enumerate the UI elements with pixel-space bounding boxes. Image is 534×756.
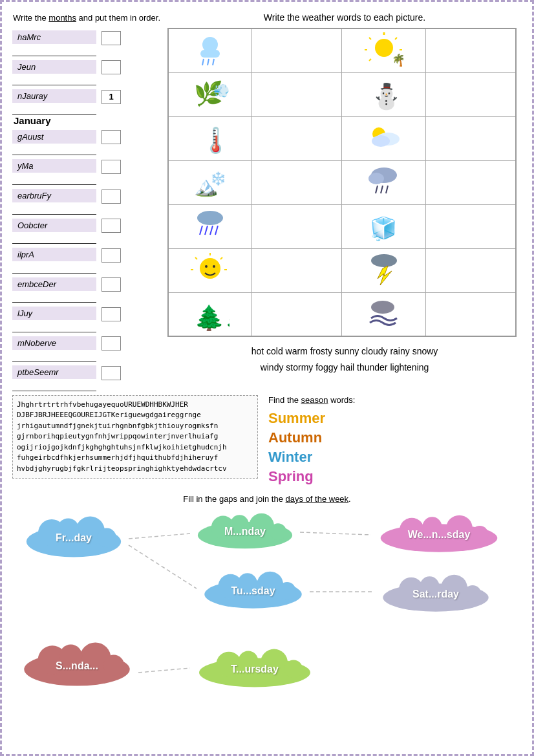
svg-text:🌲🌲: 🌲🌲 (194, 303, 230, 331)
clouds-container: Fr...day M...nday We...n...sday Tu...sda… (12, 508, 517, 715)
weather-cell-left-1: 🌿💨 (168, 72, 252, 116)
month-underline (12, 46, 96, 56)
svg-point-24 (368, 173, 384, 184)
svg-point-36 (213, 265, 215, 268)
weather-cell-left-6: 🌲🌲 (168, 292, 252, 336)
month-item-4: yMa (12, 159, 161, 185)
month-underline (12, 233, 96, 244)
season-word-winter: Winter (268, 449, 522, 466)
svg-line-7 (395, 38, 397, 39)
weather-cell-left-text-1[interactable] (426, 72, 516, 116)
month-underline (12, 145, 96, 155)
month-number-box[interactable] (101, 307, 121, 321)
days-instructions: Fill in the gaps and join the days of th… (12, 494, 522, 504)
svg-line-12 (369, 38, 371, 39)
month-number-box[interactable] (101, 130, 121, 144)
wordsearch-area: JhghrtrtrtrhfvbehugayequoURUEWDHHBKWJHER… (12, 395, 258, 488)
weather-cell-right-text-5[interactable] (252, 248, 342, 292)
word-bank-line1: hot cold warm frosty sunny cloudy rainy … (251, 346, 438, 356)
season-word-spring: Spring (268, 468, 522, 485)
cloud-sunday[interactable]: S...nda... (16, 640, 138, 692)
weather-cell-right-text-2[interactable] (252, 116, 342, 160)
month-scrambled: Jeun (12, 60, 96, 74)
month-underline (12, 351, 96, 362)
svg-line-54 (138, 668, 190, 673)
weather-row-2: 🌡️ (168, 116, 516, 160)
month-scrambled: ptbeSeemr (12, 365, 96, 379)
weather-row-5 (168, 248, 516, 292)
wordsearch-row: hvbdjghyrugbjfgkrlrijteopspringhighktyeh… (17, 464, 253, 475)
month-underline (12, 105, 96, 115)
cloud-thursday[interactable]: T...ursday (190, 647, 319, 692)
month-item-2: nJauray1January (12, 89, 161, 126)
weather-cell-right-text-3[interactable] (252, 160, 342, 204)
svg-line-29 (200, 226, 202, 235)
month-item-7: ilprA (12, 248, 161, 274)
month-number-box[interactable] (101, 31, 121, 45)
month-number-box[interactable] (101, 248, 121, 263)
svg-point-64 (270, 523, 286, 540)
month-number-box[interactable] (101, 189, 121, 204)
weather-cell-left-0 (168, 28, 252, 72)
month-number-box[interactable] (101, 277, 121, 292)
month-number-box[interactable]: 1 (101, 90, 121, 104)
bottom-section: JhghrtrtrtrhfvbehugayequoURUEWDHHBKWJHER… (12, 395, 522, 488)
month-number-box[interactable] (101, 366, 121, 380)
month-item-8: embceDer (12, 277, 161, 303)
weather-cell-right-5 (342, 248, 426, 292)
month-number-box[interactable] (101, 336, 121, 351)
svg-line-2 (202, 59, 204, 65)
weather-cell-left-text-3[interactable] (426, 160, 516, 204)
month-item-0: haMrc (12, 30, 161, 56)
svg-text:🌴: 🌴 (392, 53, 403, 67)
weather-cell-right-text-6[interactable] (252, 292, 342, 336)
month-scrambled: lJuy (12, 307, 96, 320)
month-number-box[interactable] (101, 219, 121, 233)
word-bank-line2: windy stormy foggy hail thunder lighteni… (261, 362, 429, 373)
weather-row-6: 🌲🌲 (168, 292, 516, 336)
month-underline (12, 322, 96, 332)
month-scrambled: ilprA (12, 248, 96, 261)
svg-line-26 (381, 186, 383, 193)
cloud-text-friday: Fr...day (56, 532, 92, 544)
svg-point-20 (372, 135, 390, 147)
month-scrambled: gAuust (12, 130, 96, 144)
weather-cell-left-text-5[interactable] (426, 248, 516, 292)
weather-cell-right-1: ⛄ (342, 72, 426, 116)
month-underline (12, 263, 96, 274)
weather-cell-left-2: 🌡️ (168, 116, 252, 160)
cloud-friday[interactable]: Fr...day (19, 514, 129, 563)
svg-line-52 (129, 545, 197, 589)
weather-cell-left-text-2[interactable] (426, 116, 516, 160)
svg-point-89 (284, 660, 303, 678)
month-number-box[interactable] (101, 160, 121, 174)
weather-section: Write the weather words to each picture.… (167, 12, 522, 376)
svg-point-35 (205, 265, 208, 268)
svg-line-27 (386, 186, 388, 193)
weather-cell-right-text-0[interactable] (252, 28, 342, 72)
month-number-box[interactable] (101, 60, 121, 74)
season-word-autumn: Autumn (268, 429, 522, 446)
weather-row-0: 🌴 (168, 28, 516, 72)
weather-cell-right-text-1[interactable] (252, 72, 342, 116)
month-scrambled: Oobcter (12, 219, 96, 232)
cloud-text-monday: M...nday (224, 526, 266, 537)
cloud-wednesday[interactable]: We...n...sday (371, 513, 507, 557)
svg-line-38 (220, 257, 222, 259)
month-item-9: lJuy (12, 307, 161, 332)
wordsearch-row: fuhgeirbcdfhkjerhsummerhjdfjhquithubfdjh… (17, 453, 253, 464)
cloud-saturday[interactable]: Sat...rday (374, 572, 497, 616)
weather-cell-left-text-4[interactable] (426, 204, 516, 248)
wordsearch-box: JhghrtrtrtrhfvbehugayequoURUEWDHHBKWJHER… (12, 395, 258, 479)
weather-cell-right-text-4[interactable] (252, 204, 342, 248)
svg-point-69 (471, 526, 488, 543)
weather-cell-left-3: 🏔️❄️ (168, 160, 252, 204)
cloud-tuesday[interactable]: Tu...sday (197, 569, 310, 613)
weather-cell-left-text-6[interactable] (426, 292, 516, 336)
weather-grid: 🌴 🌿💨 ⛄ 🌡️ 🏔️❄️ (167, 28, 517, 337)
weather-cell-left-text-0[interactable] (426, 28, 516, 72)
svg-point-79 (464, 585, 481, 603)
days-layout: Fr...day M...nday We...n...sday Tu...sda… (12, 508, 517, 715)
cloud-monday[interactable]: M...nday (190, 511, 300, 553)
month-scrambled: yMa (12, 159, 96, 173)
